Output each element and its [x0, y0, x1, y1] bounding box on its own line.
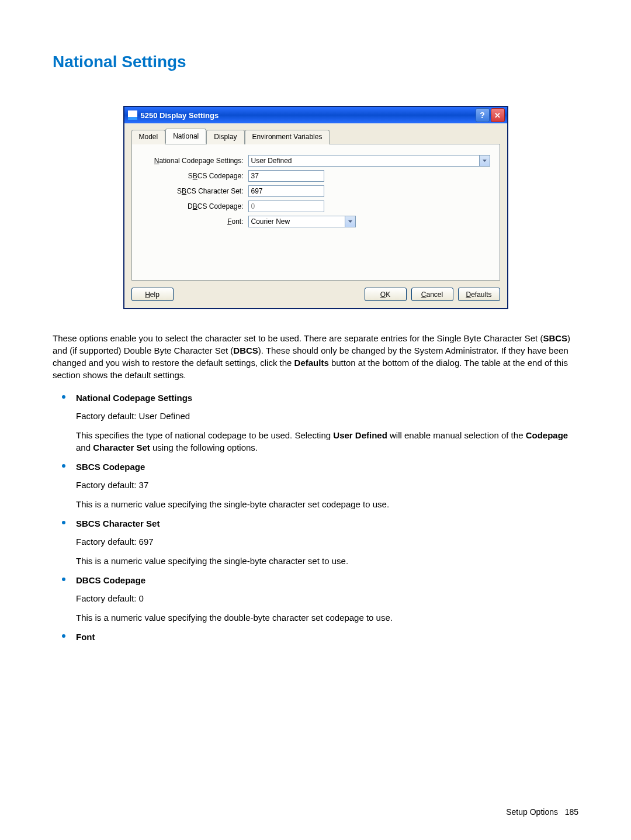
- tab-display[interactable]: Display: [206, 130, 244, 144]
- settings-dialog: 5250 Display Settings ? ✕ Model National…: [124, 106, 508, 309]
- intro-paragraph: These options enable you to select the c…: [53, 332, 578, 381]
- list-item: SBCS Character Set Factory default: 697 …: [53, 517, 578, 567]
- help-button[interactable]: Help: [131, 288, 174, 301]
- list-item: DBCS Codepage Factory default: 0 This is…: [53, 574, 578, 624]
- dbcs-cp-label: DBCS Codepage:: [141, 202, 248, 210]
- dialog-title: 5250 Display Settings: [141, 111, 219, 120]
- font-input[interactable]: [248, 216, 345, 227]
- tab-strip: Model National Display Environment Varia…: [131, 130, 500, 144]
- app-icon: [128, 110, 137, 120]
- tab-env-vars[interactable]: Environment Variables: [245, 130, 330, 144]
- list-item: SBCS Codepage Factory default: 37 This i…: [53, 461, 578, 510]
- ncs-combo[interactable]: [248, 155, 490, 167]
- sbcs-cp-label: SBCS Codepage:: [141, 172, 248, 180]
- bullet-icon: [62, 578, 65, 581]
- font-label: Font:: [141, 217, 248, 226]
- tab-model[interactable]: Model: [131, 130, 166, 144]
- defaults-button[interactable]: Defaults: [458, 288, 500, 301]
- item-title: SBCS Codepage: [76, 461, 578, 473]
- sbcs-cs-label: SBCS Character Set:: [141, 187, 248, 195]
- page-heading: National Settings: [53, 53, 578, 71]
- titlebar: 5250 Display Settings ? ✕: [124, 107, 507, 123]
- tab-national[interactable]: National: [165, 129, 206, 144]
- list-item: National Codepage Settings Factory defau…: [53, 392, 578, 454]
- chevron-down-icon[interactable]: [479, 155, 490, 167]
- ncs-label: National Codepage Settings:: [141, 157, 248, 165]
- svg-marker-1: [348, 220, 352, 223]
- svg-marker-0: [483, 160, 487, 162]
- item-title: SBCS Character Set: [76, 517, 578, 530]
- sbcs-cs-input[interactable]: [248, 185, 324, 197]
- ncs-input[interactable]: [248, 155, 479, 167]
- cancel-button[interactable]: Cancel: [411, 288, 453, 301]
- bullet-icon: [62, 521, 65, 524]
- item-title: DBCS Codepage: [76, 574, 578, 586]
- bullet-icon: [62, 464, 65, 468]
- bullet-icon: [62, 634, 65, 638]
- bullet-icon: [62, 395, 65, 399]
- item-title: National Codepage Settings: [76, 392, 578, 404]
- font-combo[interactable]: [248, 216, 356, 227]
- list-item: Font: [53, 631, 578, 643]
- tab-panel-national: National Codepage Settings: SBCS Codepag…: [131, 144, 500, 281]
- ok-button[interactable]: OK: [365, 288, 407, 301]
- sbcs-cp-input[interactable]: [248, 170, 324, 182]
- item-title: Font: [76, 631, 578, 643]
- page-footer: Setup Options 185: [506, 807, 578, 817]
- help-icon[interactable]: ?: [476, 108, 490, 122]
- chevron-down-icon[interactable]: [345, 216, 356, 227]
- dbcs-cp-input: [248, 201, 324, 212]
- close-icon[interactable]: ✕: [491, 108, 505, 122]
